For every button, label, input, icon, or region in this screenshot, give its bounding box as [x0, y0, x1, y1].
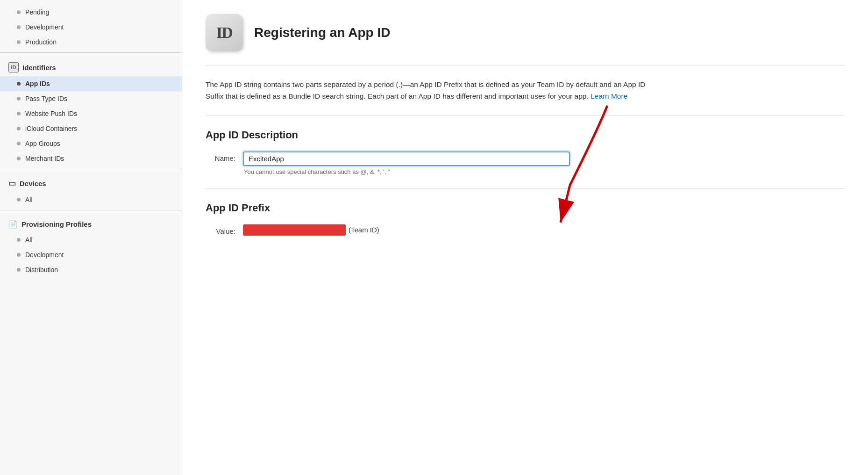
- sidebar-item-app-groups[interactable]: App Groups: [0, 136, 182, 151]
- value-suffix: (Team ID): [349, 226, 379, 234]
- bullet-icon: [17, 253, 21, 257]
- section-divider: [206, 188, 845, 189]
- bullet-icon: [17, 97, 21, 101]
- sidebar-item-pass-type-ids[interactable]: Pass Type IDs: [0, 91, 182, 106]
- page-header: ID Registering an App ID: [206, 14, 845, 51]
- redacted-value: [243, 224, 346, 236]
- bullet-icon: [17, 25, 21, 29]
- value-display: (Team ID): [243, 224, 570, 236]
- bullet-icon: [17, 238, 21, 242]
- device-icon: ▭: [8, 179, 16, 188]
- devices-section-header: ▭ Devices: [0, 172, 182, 192]
- bullet-icon: [17, 142, 21, 145]
- app-id-prefix-section: App ID Prefix Value: (Team ID): [206, 202, 845, 236]
- section-divider: [206, 115, 845, 116]
- name-input[interactable]: [243, 151, 570, 166]
- divider: [0, 52, 182, 53]
- sidebar-item-app-ids[interactable]: App IDs: [0, 76, 182, 91]
- sidebar-item-profiles-all[interactable]: All: [0, 232, 182, 247]
- sidebar-item-production[interactable]: Production: [0, 35, 182, 50]
- app-id-prefix-heading: App ID Prefix: [206, 202, 845, 214]
- name-field-wrap: You cannot use special characters such a…: [243, 151, 570, 175]
- bullet-icon: [17, 82, 21, 86]
- bullet-icon: [17, 40, 21, 44]
- divider: [0, 210, 182, 210]
- bullet-icon: [17, 198, 21, 202]
- bullet-icon: [17, 112, 21, 115]
- description-text: The App ID string contains two parts sep…: [206, 79, 663, 102]
- app-id-icon: ID: [206, 14, 243, 51]
- id-icon: ID: [8, 62, 19, 72]
- main-content: ID Registering an App ID The App ID stri…: [182, 0, 868, 475]
- document-icon: 📄: [8, 220, 18, 229]
- identifiers-section-header: ID Identifiers: [0, 56, 182, 76]
- learn-more-link[interactable]: Learn More: [591, 92, 627, 100]
- sidebar-item-website-push-ids[interactable]: Website Push IDs: [0, 106, 182, 121]
- bullet-icon: [17, 157, 21, 160]
- name-form-row: Name: You cannot use special characters …: [206, 151, 845, 175]
- name-hint: You cannot use special characters such a…: [243, 168, 570, 175]
- sidebar-item-pending[interactable]: Pending: [0, 5, 182, 20]
- bullet-icon: [17, 268, 21, 272]
- bullet-icon: [17, 10, 21, 14]
- name-label: Name:: [206, 151, 243, 162]
- sidebar-item-development-cert[interactable]: Development: [0, 20, 182, 35]
- sidebar-item-icloud-containers[interactable]: iCloud Containers: [0, 121, 182, 136]
- value-form-row: Value: (Team ID): [206, 224, 845, 236]
- sidebar-item-profiles-development[interactable]: Development: [0, 247, 182, 262]
- divider: [0, 169, 182, 169]
- sidebar-item-profiles-distribution[interactable]: Distribution: [0, 262, 182, 277]
- provisioning-section-header: 📄 Provisioning Profiles: [0, 213, 182, 232]
- page-title: Registering an App ID: [254, 25, 390, 40]
- value-field-wrap: (Team ID): [243, 224, 570, 236]
- section-divider: [206, 65, 845, 66]
- bullet-icon: [17, 127, 21, 130]
- app-id-description-section: App ID Description Name: You cannot use …: [206, 129, 845, 175]
- sidebar-item-devices-all[interactable]: All: [0, 192, 182, 207]
- sidebar-item-merchant-ids[interactable]: Merchant IDs: [0, 151, 182, 166]
- value-label: Value:: [206, 224, 243, 235]
- app-id-description-heading: App ID Description: [206, 129, 845, 141]
- sidebar: Pending Development Production ID Identi…: [0, 0, 182, 475]
